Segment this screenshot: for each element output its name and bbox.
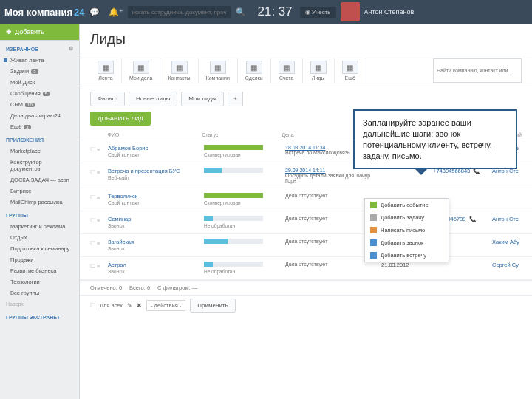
- lead-date: 21.03.2012: [381, 262, 433, 268]
- lead-source: Звонок: [108, 246, 125, 251]
- total-count: Всего: 6: [129, 284, 150, 291]
- add-filter-button[interactable]: +: [228, 92, 243, 106]
- username[interactable]: Антон Степанов: [364, 8, 415, 16]
- lead-title[interactable]: Астрал: [108, 262, 204, 268]
- sidebar-item[interactable]: ДОСКА ЗАДАЧ — асап: [0, 174, 79, 185]
- sidebar-item[interactable]: MailChimp рассылка: [0, 197, 79, 208]
- table-row[interactable]: ☐ ≡ЗагайскаяЗвонокДела отсутствуют21.02.…: [80, 234, 532, 257]
- filter-new-leads[interactable]: Новые лиды: [129, 92, 177, 106]
- page-title: Лиды: [80, 24, 532, 55]
- menu-item[interactable]: Добавить встречу: [365, 249, 449, 262]
- sidebar-item[interactable]: Marketplace: [0, 146, 79, 157]
- lead-source: Свой контакт: [108, 152, 140, 157]
- sidebar-item[interactable]: Отдых: [0, 232, 79, 243]
- lead-source: Звонок: [108, 223, 125, 228]
- global-search-input[interactable]: [128, 6, 231, 18]
- deal-link[interactable]: 29.09 2014 14:11: [285, 168, 326, 173]
- lead-title[interactable]: Абрамов Борис: [108, 145, 204, 151]
- toolbar-item[interactable]: ▦Лиды: [303, 58, 335, 83]
- deal-link[interactable]: 18.03.2014 11:34: [285, 145, 326, 150]
- sidebar-item[interactable]: Мой Диск: [0, 77, 79, 88]
- sidebar-item[interactable]: Конструктор документов: [0, 157, 79, 174]
- toolbar-item[interactable]: ▦Лента: [90, 58, 122, 83]
- menu-icon: [370, 252, 377, 259]
- sidebar-item[interactable]: Продажи: [0, 254, 79, 265]
- row-checkbox[interactable]: ☐ ≡: [90, 193, 108, 201]
- row-checkbox[interactable]: ☐ ≡: [90, 216, 108, 224]
- track-time-button[interactable]: ◉ Учесть: [300, 7, 336, 18]
- table-row[interactable]: ☐ ≡ТерволинскСвой контактСконвертированД…: [80, 188, 532, 211]
- sidebar-item[interactable]: Маркетинг и реклама: [0, 221, 79, 232]
- col-fio[interactable]: ФИО: [108, 132, 202, 137]
- deal-description: Дела отсутствуют: [285, 193, 327, 198]
- sidebar-item[interactable]: Ещё3: [0, 121, 79, 132]
- toolbar-item[interactable]: ▦Компании: [199, 58, 238, 83]
- lead-title[interactable]: Терволинск: [108, 193, 204, 200]
- for-all-label: Для всех: [100, 302, 123, 309]
- toolbar-item[interactable]: ▦Ещё: [335, 58, 366, 83]
- crm-search-input[interactable]: [433, 58, 522, 83]
- sidebar-item[interactable]: CRM10: [0, 99, 79, 110]
- bell-icon[interactable]: 🔔⁺: [109, 7, 123, 17]
- table-row[interactable]: ☐ ≡АстралЗвонокНе обработанДела отсутств…: [80, 257, 532, 280]
- delete-icon[interactable]: ✖: [137, 302, 142, 309]
- menu-item[interactable]: Добавить задачу: [365, 211, 449, 224]
- sidebar-item[interactable]: Технологии: [0, 276, 79, 287]
- lead-title[interactable]: Загайская: [108, 239, 204, 245]
- lead-responsible[interactable]: Антон Сте: [492, 216, 522, 222]
- lead-title[interactable]: Встреча и презентация БУС: [108, 168, 204, 174]
- bulk-action-select[interactable]: - действия -: [146, 300, 185, 311]
- row-checkbox[interactable]: ☐ ≡: [90, 262, 108, 270]
- filter-my-leads[interactable]: Мои лиды: [181, 92, 223, 106]
- select-all-checkbox[interactable]: ☐: [90, 302, 95, 309]
- add-button[interactable]: ✚Добавить: [0, 24, 79, 41]
- scroll-top-link[interactable]: Наверх: [0, 299, 79, 310]
- add-lead-button[interactable]: ДОБАВИТЬ ЛИД: [90, 112, 151, 126]
- sidebar-section-favorites: ИЗБРАННОЕ⚙: [0, 41, 79, 55]
- search-icon[interactable]: 🔍: [236, 7, 246, 17]
- menu-item[interactable]: Добавить событие: [365, 199, 449, 211]
- filter-button[interactable]: Фильтр: [90, 92, 125, 106]
- sidebar-item[interactable]: Битрикс: [0, 185, 79, 197]
- toolbar-icon: ▦: [171, 61, 188, 74]
- status-text: Сконвертирован: [204, 152, 241, 157]
- avatar[interactable]: [341, 2, 360, 21]
- sidebar-item[interactable]: Задачи3: [0, 66, 79, 77]
- menu-icon: [370, 214, 377, 221]
- filtered-count: С фильтром: —: [157, 284, 197, 291]
- col-status[interactable]: Статус: [202, 132, 282, 137]
- sidebar-item[interactable]: Сообщения5: [0, 88, 79, 99]
- apply-button[interactable]: Применить: [190, 299, 235, 313]
- lead-title[interactable]: Семинар: [108, 216, 204, 222]
- lead-responsible[interactable]: Хаким Абу: [492, 239, 522, 245]
- sidebar-item[interactable]: Все группы: [0, 287, 79, 299]
- sidebar-item[interactable]: Живая лента: [0, 55, 79, 66]
- menu-item[interactable]: Добавить звонок: [365, 236, 449, 249]
- toolbar-item[interactable]: ▦Счета: [271, 58, 303, 83]
- phone-icon[interactable]: 📞: [469, 216, 476, 222]
- bulk-action-bar: ☐ Для всех ✎ ✖ - действия - Применить: [80, 295, 532, 316]
- sidebar-item[interactable]: Подготовка к семинару: [0, 243, 79, 254]
- status-text: Не обработан: [204, 223, 235, 228]
- toolbar-item[interactable]: ▦Контакты: [160, 58, 198, 83]
- menu-icon: [370, 239, 377, 246]
- tooltip-callout: Запланируйте заранее ваши дальнейшие шаг…: [353, 109, 517, 169]
- status-bar: [204, 145, 263, 150]
- lead-responsible[interactable]: Сергей Су: [492, 262, 522, 268]
- menu-item[interactable]: Написать письмо: [365, 224, 449, 236]
- row-checkbox[interactable]: ☐ ≡: [90, 168, 108, 176]
- plus-icon: ✚: [6, 28, 12, 35]
- status-bar: [204, 168, 263, 173]
- table-row[interactable]: ☐ ≡СеминарЗвонокНе обработанДела отсутст…: [80, 211, 532, 234]
- menu-icon: [370, 202, 377, 208]
- gear-icon[interactable]: ⚙: [69, 46, 73, 52]
- toolbar-item[interactable]: ▦Сделки: [238, 58, 271, 83]
- toolbar-item[interactable]: ▦Мои дела: [122, 58, 160, 83]
- chat-icon[interactable]: 💬: [89, 7, 100, 17]
- sidebar-item[interactable]: Дела два - играю24: [0, 110, 79, 121]
- edit-icon[interactable]: ✎: [127, 302, 132, 309]
- row-checkbox[interactable]: ☐ ≡: [90, 239, 108, 247]
- sidebar-item[interactable]: Развитие бизнеса: [0, 265, 79, 276]
- row-checkbox[interactable]: ☐ ≡: [90, 145, 108, 153]
- toolbar-icon: ▦: [210, 61, 226, 74]
